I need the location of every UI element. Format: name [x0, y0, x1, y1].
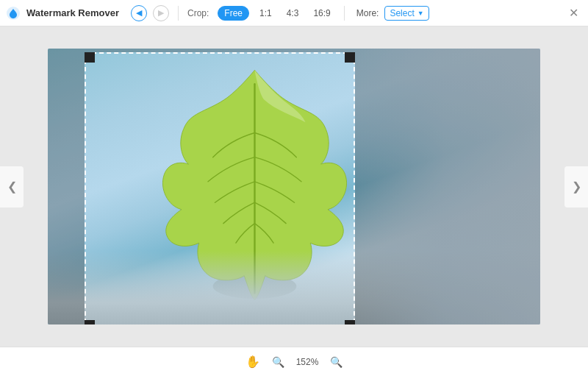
- crop-label: Crop:: [187, 8, 209, 18]
- zoom-toolbar: ✋ 🔍 152% 🔍: [0, 347, 588, 376]
- divider2: [344, 6, 345, 21]
- crop-corner-br[interactable]: [345, 320, 355, 324]
- crop-free-button[interactable]: Free: [218, 6, 249, 21]
- crop-corner-tr[interactable]: [345, 52, 355, 63]
- crop-16-9-button[interactable]: 16:9: [309, 7, 334, 20]
- select-dropdown[interactable]: Select ▼: [384, 6, 429, 21]
- divider: [178, 6, 179, 21]
- dropdown-arrow-icon: ▼: [417, 10, 424, 17]
- canvas-area: ❮: [0, 26, 588, 347]
- right-blur-overlay: [349, 49, 540, 324]
- right-arrow-icon: ❯: [572, 180, 581, 194]
- crop-1-1-button[interactable]: 1:1: [255, 7, 276, 20]
- next-image-button[interactable]: ❯: [564, 166, 588, 207]
- prev-image-button[interactable]: ❮: [0, 166, 24, 207]
- image-container: [48, 49, 540, 324]
- app-title: Watermark Remover: [26, 7, 119, 18]
- crop-4-3-button[interactable]: 4:3: [282, 7, 304, 20]
- close-button[interactable]: ✕: [564, 4, 582, 22]
- hand-tool-icon[interactable]: ✋: [245, 355, 260, 369]
- left-arrow-icon: ❮: [7, 180, 17, 194]
- redo-button[interactable]: ▶: [153, 5, 169, 21]
- crop-corner-bl[interactable]: [85, 320, 95, 324]
- titlebar: Watermark Remover ◀ ▶ Crop: Free 1:1 4:3…: [0, 0, 588, 26]
- more-label: More:: [356, 8, 379, 18]
- app-logo-icon: [6, 6, 21, 21]
- zoom-in-icon[interactable]: 🔍: [272, 356, 284, 368]
- undo-button[interactable]: ◀: [131, 5, 147, 21]
- zoom-level: 152%: [296, 357, 319, 367]
- select-label: Select: [390, 8, 414, 18]
- crop-selection-box[interactable]: [85, 52, 355, 324]
- crop-corner-tl[interactable]: [85, 52, 95, 63]
- zoom-out-icon[interactable]: 🔍: [330, 356, 343, 368]
